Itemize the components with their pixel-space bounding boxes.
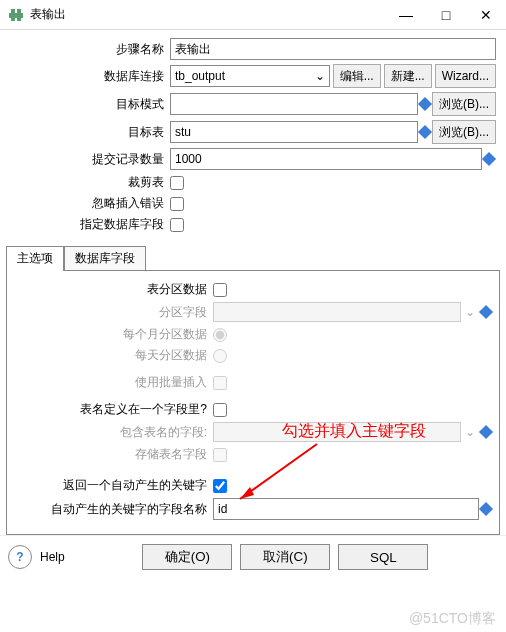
app-icon: [8, 7, 24, 23]
db-connection-value: tb_output: [175, 69, 225, 83]
title-bar: 表输出 — □ ✕: [0, 0, 506, 30]
month-partition-label: 每个月分区数据: [13, 326, 213, 343]
day-partition-label: 每天分区数据: [13, 347, 213, 364]
tablename-field-label: 包含表名的字段:: [13, 424, 213, 441]
db-connection-label: 数据库连接: [10, 68, 170, 85]
key-field-name-label: 自动产生的关键字的字段名称: [13, 501, 213, 518]
tablename-in-field-checkbox[interactable]: [213, 403, 227, 417]
target-schema-label: 目标模式: [10, 96, 170, 113]
watermark: @51CTO博客: [409, 610, 496, 628]
chevron-down-icon: ⌄: [461, 305, 479, 319]
target-table-label: 目标表: [10, 124, 170, 141]
step-name-input[interactable]: [170, 38, 496, 60]
specify-fields-label: 指定数据库字段: [10, 216, 170, 233]
truncate-label: 裁剪表: [10, 174, 170, 191]
edit-button[interactable]: 编辑...: [333, 64, 381, 88]
browse-table-button[interactable]: 浏览(B)...: [432, 120, 496, 144]
chevron-down-icon: ⌄: [315, 69, 325, 83]
ok-button[interactable]: 确定(O): [142, 544, 232, 570]
commit-size-label: 提交记录数量: [10, 151, 170, 168]
bottom-bar: ? Help 确定(O) 取消(C) SQL: [0, 535, 506, 578]
commit-size-input[interactable]: [170, 148, 482, 170]
diamond-icon: [418, 97, 432, 111]
main-tab-content: 表分区数据 分区字段 ⌄ 每个月分区数据 每天分区数据 使用批量插入 表名定义在…: [6, 271, 500, 535]
help-icon[interactable]: ?: [8, 545, 32, 569]
step-name-label: 步骤名称: [10, 41, 170, 58]
target-table-input[interactable]: [170, 121, 418, 143]
wizard-button[interactable]: Wizard...: [435, 64, 496, 88]
ignore-errors-checkbox[interactable]: [170, 197, 184, 211]
truncate-checkbox[interactable]: [170, 176, 184, 190]
browse-schema-button[interactable]: 浏览(B)...: [432, 92, 496, 116]
chevron-down-icon: ⌄: [461, 425, 479, 439]
maximize-button[interactable]: □: [426, 0, 466, 30]
ignore-errors-label: 忽略插入错误: [10, 195, 170, 212]
partition-data-label: 表分区数据: [13, 281, 213, 298]
partition-field-label: 分区字段: [13, 304, 213, 321]
window-title: 表输出: [30, 6, 386, 23]
batch-insert-label: 使用批量插入: [13, 374, 213, 391]
db-connection-select[interactable]: tb_output ⌄: [170, 65, 330, 87]
help-label: Help: [40, 550, 65, 564]
store-tablename-label: 存储表名字段: [13, 446, 213, 463]
month-partition-radio: [213, 328, 227, 342]
store-tablename-checkbox: [213, 448, 227, 462]
specify-fields-checkbox[interactable]: [170, 218, 184, 232]
return-keys-label: 返回一个自动产生的关键字: [13, 477, 213, 494]
diamond-icon: [418, 125, 432, 139]
top-form: 步骤名称 数据库连接 tb_output ⌄ 编辑... 新建... Wizar…: [0, 30, 506, 241]
svg-rect-2: [9, 13, 23, 18]
new-button[interactable]: 新建...: [384, 64, 432, 88]
diamond-icon: [479, 425, 493, 439]
tab-main[interactable]: 主选项: [6, 246, 64, 271]
partition-field-select: [213, 302, 461, 322]
tab-fields[interactable]: 数据库字段: [64, 246, 146, 271]
tablename-in-field-label: 表名定义在一个字段里?: [13, 401, 213, 418]
diamond-icon: [479, 305, 493, 319]
target-schema-input[interactable]: [170, 93, 418, 115]
tabs: 主选项 数据库字段: [6, 245, 500, 271]
return-keys-checkbox[interactable]: [213, 479, 227, 493]
minimize-button[interactable]: —: [386, 0, 426, 30]
partition-data-checkbox[interactable]: [213, 283, 227, 297]
arrow-icon: [232, 439, 322, 509]
batch-insert-checkbox: [213, 376, 227, 390]
diamond-icon: [482, 152, 496, 166]
svg-marker-4: [240, 487, 254, 499]
close-button[interactable]: ✕: [466, 0, 506, 30]
cancel-button[interactable]: 取消(C): [240, 544, 330, 570]
diamond-icon: [479, 502, 493, 516]
day-partition-radio: [213, 349, 227, 363]
sql-button[interactable]: SQL: [338, 544, 428, 570]
